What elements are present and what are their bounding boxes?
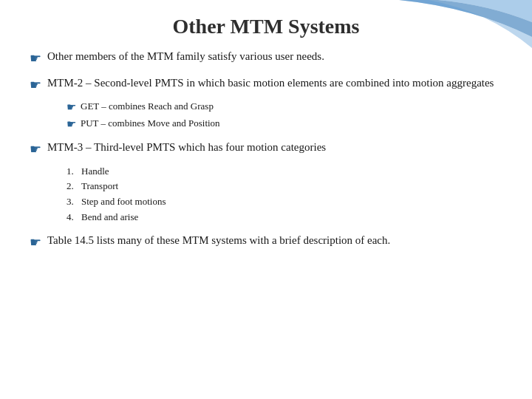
bullet-text-3: MTM-3 – Third-level PMTS which has four … xyxy=(47,140,502,155)
sub-bullet-text-2-1: GET – combines Reach and Grasp xyxy=(81,99,214,114)
bullet-text-4: Table 14.5 lists many of these MTM syste… xyxy=(47,233,502,248)
bullet-section-1: ☛ Other members of the MTM family satisf… xyxy=(30,49,502,68)
bullet-main-3: ☛ MTM-3 – Third-level PMTS which has fou… xyxy=(30,140,502,159)
page-title: Other MTM Systems xyxy=(30,15,502,38)
numbered-item-3-4: 4. Bend and arise xyxy=(66,210,502,225)
bullet-main-4: ☛ Table 14.5 lists many of these MTM sys… xyxy=(30,233,502,252)
numbered-text-3-2: Transport xyxy=(81,179,118,194)
num-3-4: 4. xyxy=(66,210,81,225)
bullet-icon-2: ☛ xyxy=(30,76,41,95)
sub-bullet-2-1: ☛ GET – combines Reach and Grasp xyxy=(66,99,502,116)
sub-bullet-icon-2-2: ☛ xyxy=(66,116,76,133)
slide: Other MTM Systems ☛ Other members of the… xyxy=(0,0,532,399)
numbered-item-3-3: 3. Step and foot motions xyxy=(66,194,502,210)
bullet-text-2: MTM-2 – Second-level PMTS in which basic… xyxy=(47,75,502,91)
bullet-text-1: Other members of the MTM family satisfy … xyxy=(47,49,502,64)
numbered-item-3-1: 1. Handle xyxy=(66,164,502,180)
bullet-icon-3: ☛ xyxy=(30,140,41,159)
sub-bullets-2: ☛ GET – combines Reach and Grasp ☛ PUT –… xyxy=(66,99,502,132)
numbered-text-3-1: Handle xyxy=(81,164,109,180)
bullet-icon-1: ☛ xyxy=(30,50,41,68)
sub-bullet-text-2-2: PUT – combines Move and Position xyxy=(81,116,220,131)
bullet-main-1: ☛ Other members of the MTM family satisf… xyxy=(30,49,502,68)
numbered-text-3-4: Bend and arise xyxy=(81,210,138,225)
bullet-main-2: ☛ MTM-2 – Second-level PMTS in which bas… xyxy=(30,75,502,95)
bullet-section-4: ☛ Table 14.5 lists many of these MTM sys… xyxy=(30,233,502,252)
numbered-text-3-3: Step and foot motions xyxy=(81,194,166,210)
numbered-item-3-2: 2. Transport xyxy=(66,179,502,194)
num-3-1: 1. xyxy=(66,164,81,180)
sub-bullet-icon-2-1: ☛ xyxy=(66,99,76,116)
bullet-section-2: ☛ MTM-2 – Second-level PMTS in which bas… xyxy=(30,75,502,132)
sub-bullet-2-2: ☛ PUT – combines Move and Position xyxy=(66,116,502,133)
num-3-2: 2. xyxy=(66,179,81,194)
numbered-list-3: 1. Handle 2. Transport 3. Step and foot … xyxy=(66,164,502,225)
bullet-section-3: ☛ MTM-3 – Third-level PMTS which has fou… xyxy=(30,140,502,225)
num-3-3: 3. xyxy=(66,194,81,210)
bullet-icon-4: ☛ xyxy=(30,233,41,252)
